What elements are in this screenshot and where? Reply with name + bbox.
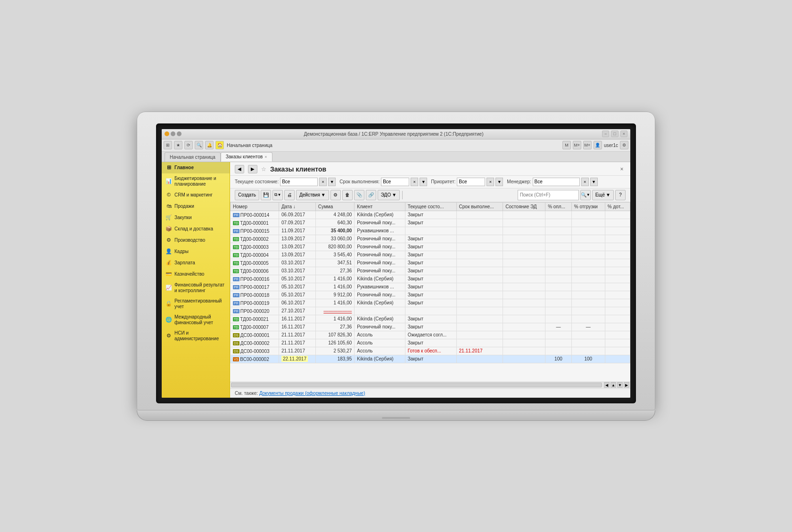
search-options-button[interactable]: 🔍▼ [580, 190, 591, 200]
delete-icon-button[interactable]: 🗑 [342, 190, 353, 200]
sidebar-item-sales[interactable]: 🛍 Продажи [162, 201, 230, 212]
scroll-left-button[interactable]: ◀ [604, 382, 610, 388]
close-window-button[interactable]: × [620, 131, 627, 137]
scrollbar-track[interactable] [231, 383, 602, 387]
filter-manager-clear[interactable]: × [581, 178, 589, 186]
sidebar-item-purchases[interactable]: 🛒 Закупки [162, 212, 230, 223]
toolbar-user-icon[interactable]: 👤 [594, 141, 602, 149]
maximize-button[interactable]: □ [611, 131, 618, 137]
table-row[interactable]: DS ДС00-000002 21.11.2017126 105,60Ассол… [231, 339, 630, 347]
filter-manager-dropdown[interactable]: ▼ [590, 178, 598, 186]
notifications-button[interactable]: 🔔 [205, 141, 214, 149]
footer-link[interactable]: Документы продажи (оформленные накладные… [259, 391, 365, 396]
horizontal-scrollbar[interactable]: ◀ ▲ ▼ ▶ [230, 382, 630, 388]
star-button[interactable]: ☆ [261, 166, 266, 172]
table-row[interactable]: PR ПР00-000014 06.09.20174 248,00Kikinda… [231, 211, 630, 219]
sidebar-item-regaccount[interactable]: 🔒 Регламентированный учет [162, 296, 230, 312]
toolbar-settings-button[interactable]: ⚙ [620, 141, 628, 149]
toolbar-icon-m3[interactable]: M+ [583, 141, 592, 149]
col-header-dot[interactable]: % дот... [605, 202, 630, 211]
sidebar-item-finresult[interactable]: 📈 Финансовый результат и контроллинг [162, 280, 230, 296]
col-header-num[interactable]: Номер [231, 202, 279, 211]
sidebar-item-nsi[interactable]: ⚙ НСИ и администрирование [162, 328, 230, 344]
print-icon-button[interactable]: 🖨 [284, 190, 295, 200]
copy-icon-button[interactable]: ⧉▼ [272, 190, 283, 200]
filter-current-state-input[interactable] [280, 178, 318, 186]
search-input[interactable] [518, 190, 579, 200]
sidebar-item-hr[interactable]: 👤 Кадры [162, 246, 230, 257]
filter-execution-date-clear[interactable]: × [411, 178, 418, 186]
sidebar-item-intlfinance[interactable]: 🌐 Международный финансовый учет [162, 312, 230, 328]
sidebar-item-home[interactable]: ⊞ Главное [162, 162, 230, 173]
filter-priority-clear[interactable]: × [487, 178, 494, 186]
table-row[interactable]: PR ПР00-000018 05.10.20179 912,00Розничн… [231, 291, 630, 299]
table-row[interactable]: DS ДС00-000003 21.11.20172 530,27АссольГ… [231, 347, 630, 355]
col-header-client[interactable]: Клиент [355, 202, 405, 211]
nav-back-button[interactable]: ◀ [235, 165, 244, 173]
table-row[interactable]: PR ПР00-000020 27.10.2017—————— [231, 307, 630, 315]
table-row[interactable]: PR ПР00-000016 05.10.20171 416,00Kikinda… [231, 275, 630, 283]
scroll-up-button[interactable]: ▲ [610, 382, 616, 388]
col-header-ship[interactable]: % отгрузки [571, 202, 605, 211]
table-row[interactable]: TD ТД00-000006 03.10.201727,36Розничный … [231, 267, 630, 275]
col-header-date[interactable]: Дата ↓ [279, 202, 315, 211]
search-toolbar-button[interactable]: 🔍 [195, 141, 203, 149]
table-row[interactable]: VS ВС00-000002 22.11.2017183,95Kikinda (… [231, 355, 630, 363]
tab-orders[interactable]: Заказы клиентов × [221, 152, 272, 162]
tab-orders-close[interactable]: × [264, 155, 267, 159]
save-icon-button[interactable]: 💾 [261, 190, 271, 200]
table-row[interactable]: TD ТД00-000001 07.09.2017640,30Розничный… [231, 219, 630, 227]
nav-forward-button[interactable]: ▶ [248, 165, 257, 173]
settings-icon-button[interactable]: ⚙ [330, 190, 341, 200]
table-row[interactable]: TD ТД00-000004 13.09.20173 545,40Розничн… [231, 251, 630, 259]
table-row[interactable]: TD ТД00-000002 13.09.201733 060,00Рознич… [231, 235, 630, 243]
table-row[interactable]: TD ТД00-000021 16.11.20171 416,00Kikinda… [231, 315, 630, 323]
col-header-opl[interactable]: % опл... [545, 202, 572, 211]
filter-execution-date-dropdown[interactable]: ▼ [420, 178, 427, 186]
help-button[interactable]: ? [615, 190, 626, 200]
col-header-edo[interactable]: Состояние ЭД [503, 202, 545, 211]
filter-priority-dropdown[interactable]: ▼ [495, 178, 503, 186]
table-row[interactable]: DS ДС00-000001 21.11.2017107 826,30Ассол… [231, 331, 630, 339]
table-row[interactable]: PR ПР00-000015 11.09.201735 400,00Рукави… [231, 227, 630, 235]
toolbar-icon-m[interactable]: M [562, 141, 571, 149]
table-scroll-area[interactable]: Номер Дата ↓ Сумма Клиент Текущее состо.… [230, 202, 630, 382]
filter-priority-input[interactable] [457, 178, 485, 186]
sidebar-item-salary[interactable]: 💰 Зарплата [162, 257, 230, 269]
filter-execution-date-input[interactable] [381, 178, 409, 186]
table-row[interactable]: TD ТД00-000007 16.11.201727,36Розничный … [231, 323, 630, 331]
table-row[interactable]: TD ТД00-000003 13.09.2017820 800,00Розни… [231, 243, 630, 251]
scroll-right-button[interactable]: ▶ [624, 382, 629, 388]
sidebar-item-production[interactable]: ⚙ Производство [162, 235, 230, 246]
sidebar-item-crm[interactable]: © CRM и маркетинг [162, 189, 230, 201]
col-header-state[interactable]: Текущее состо... [405, 202, 456, 211]
sidebar-item-warehouse[interactable]: 📦 Склад и доставка [162, 223, 230, 235]
sidebar-item-budget[interactable]: 📊 Бюджетирование и планирование [162, 173, 230, 189]
actions-button[interactable]: Действия ▼ [296, 190, 329, 200]
filter-current-state-clear[interactable]: × [319, 178, 327, 186]
filter-manager-input[interactable] [533, 178, 580, 186]
cell-amount: 3 545,40 [315, 251, 355, 259]
table-row[interactable]: PR ПР00-000017 05.10.20171 416,00Рукавиш… [231, 283, 630, 291]
history-button[interactable]: ⟳ [184, 141, 193, 149]
home-button[interactable]: 🏠 [215, 141, 224, 149]
tab-home[interactable]: Начальная страница [165, 152, 221, 162]
link-icon-button[interactable]: 🔗 [366, 190, 376, 200]
scroll-down-button[interactable]: ▼ [617, 382, 623, 388]
create-button[interactable]: Создать [235, 190, 259, 200]
filter-current-state-dropdown[interactable]: ▼ [328, 178, 336, 186]
favorites-button[interactable]: ★ [174, 141, 182, 149]
edo-button[interactable]: ЭДО ▼ [378, 190, 400, 200]
table-row[interactable]: PR ПР00-000019 06.10.20171 416,00Kikinda… [231, 299, 630, 307]
more-button[interactable]: Ещё ▼ [592, 190, 614, 200]
sidebar-item-treasury[interactable]: 💳 Казначейство [162, 269, 230, 280]
col-header-deadline[interactable]: Срок выполне... [456, 202, 503, 211]
apps-button[interactable]: ⊞ [164, 141, 172, 149]
table-row[interactable]: TD ТД00-000005 03.10.2017347,51Розничный… [231, 259, 630, 267]
toolbar-icon-m2[interactable]: M+ [573, 141, 581, 149]
cell-date: 21.11.2017 [279, 339, 315, 347]
minimize-button[interactable]: − [602, 131, 609, 137]
attach-icon-button[interactable]: 📎 [354, 190, 364, 200]
doc-close-button[interactable]: × [618, 165, 626, 173]
col-header-amount[interactable]: Сумма [315, 202, 355, 211]
